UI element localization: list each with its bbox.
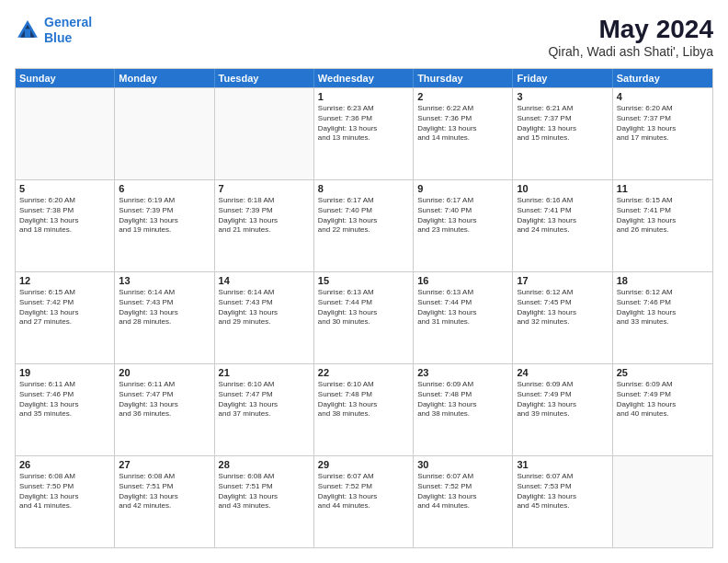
day-number: 3 [517, 91, 608, 102]
cal-cell-22: 22Sunrise: 6:10 AM Sunset: 7:48 PM Dayli… [314, 364, 414, 455]
title-block: May 2024 Qirah, Wadi ash Shati', Libya [548, 15, 713, 59]
day-number: 6 [119, 183, 210, 194]
cal-cell-empty-4-6 [613, 456, 712, 547]
day-number: 26 [19, 459, 110, 470]
cell-info: Sunrise: 6:16 AM Sunset: 7:41 PM Dayligh… [517, 196, 608, 236]
cal-cell-1: 1Sunrise: 6:23 AM Sunset: 7:36 PM Daylig… [314, 88, 414, 179]
cal-cell-11: 11Sunrise: 6:15 AM Sunset: 7:41 PM Dayli… [613, 180, 712, 271]
cal-cell-18: 18Sunrise: 6:12 AM Sunset: 7:46 PM Dayli… [613, 272, 712, 363]
cell-info: Sunrise: 6:08 AM Sunset: 7:51 PM Dayligh… [119, 472, 210, 511]
cal-cell-30: 30Sunrise: 6:07 AM Sunset: 7:52 PM Dayli… [414, 456, 513, 547]
day-number: 23 [417, 367, 508, 378]
logo-general: General [44, 15, 92, 29]
week-row-5: 26Sunrise: 6:08 AM Sunset: 7:50 PM Dayli… [16, 455, 712, 547]
cell-info: Sunrise: 6:07 AM Sunset: 7:52 PM Dayligh… [318, 472, 409, 511]
cal-cell-12: 12Sunrise: 6:15 AM Sunset: 7:42 PM Dayli… [16, 272, 115, 363]
header-day-sunday: Sunday [16, 69, 115, 87]
day-number: 14 [219, 275, 310, 286]
calendar: SundayMondayTuesdayWednesdayThursdayFrid… [15, 68, 713, 548]
cal-cell-27: 27Sunrise: 6:08 AM Sunset: 7:51 PM Dayli… [115, 456, 214, 547]
page: General Blue May 2024 Qirah, Wadi ash Sh… [0, 0, 728, 563]
cal-cell-9: 9Sunrise: 6:17 AM Sunset: 7:40 PM Daylig… [414, 180, 513, 271]
cell-info: Sunrise: 6:11 AM Sunset: 7:46 PM Dayligh… [19, 380, 110, 419]
cell-info: Sunrise: 6:14 AM Sunset: 7:43 PM Dayligh… [219, 288, 310, 327]
cell-info: Sunrise: 6:21 AM Sunset: 7:37 PM Dayligh… [517, 104, 608, 144]
cell-info: Sunrise: 6:08 AM Sunset: 7:51 PM Dayligh… [219, 472, 310, 511]
cal-cell-20: 20Sunrise: 6:11 AM Sunset: 7:47 PM Dayli… [115, 364, 214, 455]
cal-cell-21: 21Sunrise: 6:10 AM Sunset: 7:47 PM Dayli… [215, 364, 314, 455]
cal-cell-8: 8Sunrise: 6:17 AM Sunset: 7:40 PM Daylig… [314, 180, 414, 271]
cal-cell-14: 14Sunrise: 6:14 AM Sunset: 7:43 PM Dayli… [215, 272, 314, 363]
header-day-friday: Friday [513, 69, 612, 87]
day-number: 25 [617, 367, 709, 378]
day-number: 16 [417, 275, 508, 286]
cal-cell-3: 3Sunrise: 6:21 AM Sunset: 7:37 PM Daylig… [513, 88, 612, 179]
day-number: 8 [318, 183, 409, 194]
cell-info: Sunrise: 6:18 AM Sunset: 7:39 PM Dayligh… [219, 196, 310, 236]
day-number: 4 [617, 91, 709, 102]
cal-cell-empty-0-2 [215, 88, 314, 179]
cal-cell-28: 28Sunrise: 6:08 AM Sunset: 7:51 PM Dayli… [215, 456, 314, 547]
cal-cell-6: 6Sunrise: 6:19 AM Sunset: 7:39 PM Daylig… [115, 180, 214, 271]
day-number: 30 [417, 459, 508, 470]
cal-cell-25: 25Sunrise: 6:09 AM Sunset: 7:49 PM Dayli… [613, 364, 712, 455]
cell-info: Sunrise: 6:08 AM Sunset: 7:50 PM Dayligh… [19, 472, 110, 511]
cal-cell-19: 19Sunrise: 6:11 AM Sunset: 7:46 PM Dayli… [16, 364, 115, 455]
cell-info: Sunrise: 6:23 AM Sunset: 7:36 PM Dayligh… [318, 104, 409, 144]
cell-info: Sunrise: 6:12 AM Sunset: 7:46 PM Dayligh… [617, 288, 709, 327]
month-title: May 2024 [548, 15, 713, 44]
cell-info: Sunrise: 6:07 AM Sunset: 7:53 PM Dayligh… [517, 472, 608, 511]
cal-cell-4: 4Sunrise: 6:20 AM Sunset: 7:37 PM Daylig… [613, 88, 712, 179]
cal-cell-2: 2Sunrise: 6:22 AM Sunset: 7:36 PM Daylig… [414, 88, 513, 179]
cell-info: Sunrise: 6:13 AM Sunset: 7:44 PM Dayligh… [417, 288, 508, 327]
week-row-2: 5Sunrise: 6:20 AM Sunset: 7:38 PM Daylig… [16, 179, 712, 271]
day-number: 27 [119, 459, 210, 470]
day-number: 5 [19, 183, 110, 194]
calendar-body: 1Sunrise: 6:23 AM Sunset: 7:36 PM Daylig… [16, 87, 712, 547]
cell-info: Sunrise: 6:07 AM Sunset: 7:52 PM Dayligh… [417, 472, 508, 511]
cell-info: Sunrise: 6:13 AM Sunset: 7:44 PM Dayligh… [318, 288, 409, 327]
week-row-4: 19Sunrise: 6:11 AM Sunset: 7:46 PM Dayli… [16, 363, 712, 455]
day-number: 28 [219, 459, 310, 470]
cell-info: Sunrise: 6:09 AM Sunset: 7:48 PM Dayligh… [417, 380, 508, 419]
day-number: 2 [417, 91, 508, 102]
cell-info: Sunrise: 6:17 AM Sunset: 7:40 PM Dayligh… [318, 196, 409, 236]
cal-cell-31: 31Sunrise: 6:07 AM Sunset: 7:53 PM Dayli… [513, 456, 612, 547]
day-number: 18 [617, 275, 709, 286]
cell-info: Sunrise: 6:14 AM Sunset: 7:43 PM Dayligh… [119, 288, 210, 327]
cal-cell-empty-0-1 [115, 88, 214, 179]
logo: General Blue [15, 15, 92, 46]
day-number: 13 [119, 275, 210, 286]
logo-icon [15, 17, 40, 43]
cell-info: Sunrise: 6:17 AM Sunset: 7:40 PM Dayligh… [417, 196, 508, 236]
day-number: 15 [318, 275, 409, 286]
day-number: 12 [19, 275, 110, 286]
svg-rect-2 [25, 29, 30, 37]
cal-cell-empty-0-0 [16, 88, 115, 179]
cal-cell-5: 5Sunrise: 6:20 AM Sunset: 7:38 PM Daylig… [16, 180, 115, 271]
logo-blue: Blue [44, 30, 72, 45]
location: Qirah, Wadi ash Shati', Libya [548, 44, 713, 59]
week-row-1: 1Sunrise: 6:23 AM Sunset: 7:36 PM Daylig… [16, 87, 712, 179]
cell-info: Sunrise: 6:11 AM Sunset: 7:47 PM Dayligh… [119, 380, 210, 419]
cell-info: Sunrise: 6:09 AM Sunset: 7:49 PM Dayligh… [517, 380, 608, 419]
header-day-monday: Monday [115, 69, 214, 87]
cal-cell-10: 10Sunrise: 6:16 AM Sunset: 7:41 PM Dayli… [513, 180, 612, 271]
day-number: 21 [219, 367, 310, 378]
cell-info: Sunrise: 6:20 AM Sunset: 7:37 PM Dayligh… [617, 104, 709, 144]
day-number: 20 [119, 367, 210, 378]
cal-cell-24: 24Sunrise: 6:09 AM Sunset: 7:49 PM Dayli… [513, 364, 612, 455]
cell-info: Sunrise: 6:10 AM Sunset: 7:48 PM Dayligh… [318, 380, 409, 419]
day-number: 10 [517, 183, 608, 194]
day-number: 17 [517, 275, 608, 286]
cell-info: Sunrise: 6:20 AM Sunset: 7:38 PM Dayligh… [19, 196, 110, 236]
calendar-header: SundayMondayTuesdayWednesdayThursdayFrid… [16, 69, 712, 87]
cell-info: Sunrise: 6:12 AM Sunset: 7:45 PM Dayligh… [517, 288, 608, 327]
day-number: 22 [318, 367, 409, 378]
day-number: 19 [19, 367, 110, 378]
cal-cell-15: 15Sunrise: 6:13 AM Sunset: 7:44 PM Dayli… [314, 272, 414, 363]
header-day-saturday: Saturday [613, 69, 712, 87]
header-day-wednesday: Wednesday [314, 69, 414, 87]
cell-info: Sunrise: 6:19 AM Sunset: 7:39 PM Dayligh… [119, 196, 210, 236]
day-number: 1 [318, 91, 409, 102]
